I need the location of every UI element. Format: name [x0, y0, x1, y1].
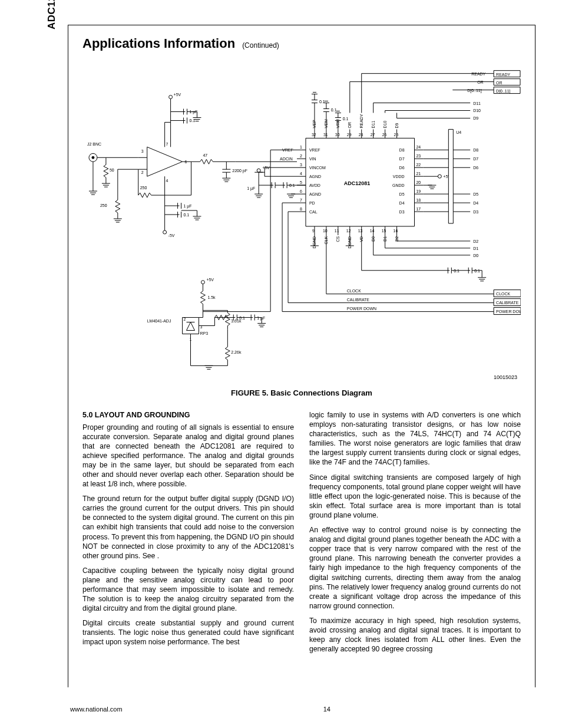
svg-text:4: 4: [166, 179, 168, 183]
content-frame: Applications Information (Continued) +5V…: [68, 25, 535, 687]
svg-text:VEP: VEP: [312, 120, 316, 128]
para: Proper grounding and routing of all sign…: [82, 423, 294, 489]
svg-text:+5V: +5V: [174, 93, 181, 97]
svg-text:0.1: 0.1: [331, 108, 337, 112]
figure-5-schematic: +5V 1 µF 0.1 J2 BNC 50: [82, 58, 521, 383]
heading-row: Applications Information (Continued): [82, 36, 521, 51]
svg-text:D8: D8: [399, 148, 405, 152]
svg-text:D5: D5: [399, 192, 405, 196]
column-right: logic family to use in systems with A/D …: [309, 410, 521, 659]
svg-text:D2: D2: [473, 239, 478, 243]
svg-text:12: 12: [346, 229, 351, 233]
svg-text:17: 17: [416, 207, 421, 211]
svg-text:D11: D11: [371, 121, 375, 129]
svg-text:27: 27: [371, 133, 375, 137]
column-left: 5.0 LAYOUT AND GROUNDING Proper groundin…: [82, 410, 294, 659]
svg-text:0.1: 0.1: [190, 118, 196, 123]
svg-text:18: 18: [416, 198, 421, 202]
svg-text:D11: D11: [473, 101, 481, 106]
svg-text:D3: D3: [399, 210, 405, 214]
para: An effective way to control ground noise…: [309, 525, 521, 611]
svg-point-19: [92, 156, 94, 159]
svg-text:31: 31: [323, 133, 328, 137]
svg-text:1 µF: 1 µF: [184, 204, 192, 209]
svg-text:PD: PD: [309, 201, 315, 205]
svg-point-81: [257, 169, 260, 172]
svg-text:11: 11: [335, 229, 339, 233]
svg-text:D[0..11]: D[0..11]: [467, 88, 481, 93]
svg-text:D6: D6: [473, 166, 478, 170]
svg-text:0.1: 0.1: [343, 117, 349, 121]
svg-text:CALIBRATE: CALIBRATE: [496, 301, 519, 305]
svg-text:CLOCK: CLOCK: [347, 289, 361, 293]
heading-continued: (Continued): [242, 41, 279, 50]
svg-text:VEM: VEM: [324, 119, 328, 128]
svg-point-66: [163, 230, 167, 234]
svg-text:1.5k: 1.5k: [207, 295, 216, 299]
svg-text:50: 50: [110, 168, 114, 172]
svg-text:250: 250: [100, 203, 107, 207]
svg-text:DGND: DGND: [312, 236, 316, 249]
svg-text:3: 3: [141, 149, 144, 153]
svg-text:29: 29: [347, 133, 352, 137]
svg-text:D1: D1: [383, 236, 387, 242]
svg-text:6: 6: [300, 189, 302, 193]
svg-text:CLK: CLK: [324, 236, 328, 245]
svg-text:POWER DOWN: POWER DOWN: [347, 307, 376, 311]
page-footer: www.national.com 14 .: [68, 706, 535, 713]
svg-text:14: 14: [370, 229, 375, 233]
svg-text:4: 4: [300, 172, 302, 176]
svg-text:250: 250: [140, 186, 147, 190]
svg-text:CALIBRATE: CALIBRATE: [347, 298, 370, 302]
svg-text:VREF: VREF: [309, 148, 320, 152]
svg-text:D0: D0: [371, 236, 375, 242]
svg-text:3.61k: 3.61k: [231, 319, 242, 323]
svg-text:2: 2: [300, 154, 302, 158]
side-part-number: ADC12081: [46, 0, 58, 29]
svg-text:24: 24: [416, 145, 421, 149]
para: Since digital switching transients are c…: [309, 473, 521, 520]
svg-text:ADCIN: ADCIN: [280, 157, 293, 161]
svg-text:ADC12081: ADC12081: [344, 180, 370, 186]
footer-url: www.national.com: [70, 706, 123, 713]
svg-text:3: 3: [300, 163, 302, 167]
para: Digital circuits create substantial supp…: [82, 618, 294, 647]
svg-text:D[0..11]: D[0..11]: [496, 89, 510, 94]
svg-text:2: 2: [141, 170, 144, 174]
svg-text:D9: D9: [473, 116, 478, 120]
svg-text:D4: D4: [399, 201, 405, 205]
svg-text:AGND: AGND: [309, 174, 321, 179]
svg-text:1 µF: 1 µF: [257, 316, 265, 321]
svg-text:D7: D7: [473, 157, 478, 161]
figure-caption: FIGURE 5. Basic Connections Diagram: [82, 388, 521, 397]
svg-text:21: 21: [416, 172, 421, 176]
svg-text:2.26k: 2.26k: [231, 350, 242, 354]
svg-text:OR: OR: [348, 122, 352, 128]
svg-text:1: 1: [300, 145, 302, 149]
svg-text:J2
BNC: J2 BNC: [87, 142, 101, 146]
svg-text:0.1: 0.1: [184, 213, 190, 217]
svg-text:20: 20: [416, 180, 421, 185]
svg-text:1 µF: 1 µF: [190, 110, 198, 114]
svg-text:OR: OR: [496, 81, 502, 85]
svg-text:D9: D9: [395, 123, 399, 128]
para: Capacitive coupling between the typicall…: [82, 566, 294, 613]
svg-text:7: 7: [300, 198, 302, 202]
svg-text:28: 28: [359, 133, 363, 137]
svg-text:9: 9: [312, 229, 315, 233]
svg-text:13: 13: [358, 229, 363, 233]
svg-text:8: 8: [300, 207, 302, 211]
figure-id: 10015023: [494, 374, 517, 380]
svg-text:AGND: AGND: [309, 192, 321, 196]
svg-text:READY: READY: [496, 73, 510, 77]
svg-text:GNDD: GNDD: [392, 183, 405, 187]
section-5-0-heading: 5.0 LAYOUT AND GROUNDING: [82, 410, 294, 420]
svg-text:DGND: DGND: [348, 236, 352, 249]
svg-text:AVDD: AVDD: [309, 183, 320, 187]
svg-text:D8: D8: [473, 148, 478, 152]
svg-text:D7: D7: [399, 157, 405, 161]
para: logic family to use in systems with A/D …: [309, 410, 521, 467]
svg-text:3: 3: [200, 325, 202, 329]
svg-text:23: 23: [416, 154, 421, 158]
svg-text:2: 2: [184, 317, 186, 321]
